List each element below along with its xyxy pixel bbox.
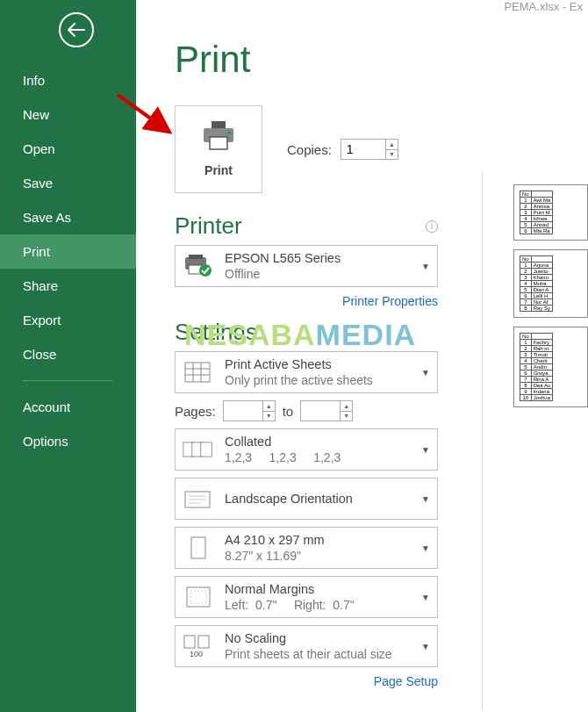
- margins-line2: Left: 0.7" Right: 0.7": [225, 598, 411, 612]
- up-icon[interactable]: ▲: [263, 401, 275, 412]
- sidebar-item-export[interactable]: Export: [0, 303, 136, 337]
- orientation-line1: Landscape Orientation: [225, 492, 411, 506]
- collate-dropdown[interactable]: Collated 1,2,3 1,2,3 1,2,3 ▼: [175, 428, 438, 471]
- chevron-down-icon: ▼: [421, 445, 430, 455]
- printer-icon: [201, 121, 236, 155]
- chevron-down-icon: ▼: [421, 543, 430, 553]
- chevron-down-icon: ▼: [421, 368, 430, 378]
- scaling-dropdown[interactable]: 100 No Scaling Print sheets at their act…: [175, 625, 438, 667]
- sidebar-footer-menu: Account Options: [0, 390, 136, 458]
- preview-table: No1Fachry2Rah m3Timoti4Charit5Andin6Gist…: [520, 333, 553, 401]
- printer-status-icon: [183, 255, 214, 277]
- back-arrow-icon: [59, 12, 94, 47]
- sidebar-menu: Info New Open Save Save As Print Share E…: [0, 63, 136, 371]
- paper-dropdown[interactable]: A4 210 x 297 mm 8.27" x 11.69" ▼: [175, 527, 438, 569]
- paper-icon: [183, 536, 214, 560]
- orientation-dropdown[interactable]: Landscape Orientation ▼: [175, 478, 438, 520]
- scaling-line2: Print sheets at their actual size: [225, 647, 411, 661]
- sidebar-item-open[interactable]: Open: [0, 132, 136, 166]
- svg-rect-23: [184, 636, 195, 648]
- pages-label: Pages:: [175, 404, 216, 419]
- svg-text:100: 100: [190, 650, 203, 658]
- print-preview: No1Awl Ma2Annisa3Putri M4Ichwa5Annad6Mia…: [496, 184, 588, 407]
- collate-line1: Collated: [225, 435, 411, 449]
- sidebar-item-info[interactable]: Info: [0, 63, 136, 97]
- print-sheets-line1: Print Active Sheets: [225, 357, 411, 371]
- sidebar-item-save[interactable]: Save: [0, 166, 136, 200]
- back-button[interactable]: [16, 12, 136, 47]
- up-icon[interactable]: ▲: [341, 401, 352, 412]
- preview-sheet: No1Awl Ma2Annisa3Putri M4Ichwa5Annad6Mia…: [513, 184, 588, 241]
- sidebar-item-print[interactable]: Print: [0, 234, 136, 269]
- margins-dropdown[interactable]: Normal Margins Left: 0.7" Right: 0.7" ▼: [175, 576, 438, 618]
- info-icon[interactable]: i: [426, 220, 438, 233]
- collate-icon: [183, 439, 214, 460]
- margins-line1: Normal Margins: [225, 582, 411, 596]
- pages-to-label: to: [283, 404, 294, 419]
- window-title: PEMA.xlsx - Ex: [136, 0, 588, 19]
- print-sheets-dropdown[interactable]: Print Active Sheets Only print the activ…: [175, 351, 438, 393]
- pages-to-input[interactable]: [301, 401, 340, 421]
- preview-table: No1Arjuna2Juwito3Khairu4Muha5Dian A6Lell…: [520, 255, 553, 312]
- sidebar-item-options[interactable]: Options: [0, 424, 136, 458]
- copies-input[interactable]: [341, 140, 385, 159]
- sheets-icon: [183, 361, 214, 384]
- margins-icon: [183, 586, 214, 608]
- preview-sheet: No1Fachry2Rah m3Timoti4Charit5Andin6Gist…: [513, 327, 588, 407]
- sidebar-item-share[interactable]: Share: [0, 269, 136, 303]
- preview-sheet: No1Arjuna2Juwito3Khairu4Muha5Dian A6Lell…: [513, 249, 588, 318]
- preview-table: No1Awl Ma2Annisa3Putri M4Ichwa5Annad6Mia…: [520, 191, 553, 234]
- pages-to-spinner[interactable]: ▲▼: [300, 400, 353, 421]
- chevron-down-icon: ▼: [421, 494, 430, 504]
- scaling-line1: No Scaling: [225, 631, 411, 645]
- copies-label: Copies:: [287, 142, 332, 157]
- preview-separator: [482, 171, 483, 711]
- printer-status: Offline: [225, 267, 411, 281]
- print-sheets-line2: Only print the active sheets: [225, 373, 411, 387]
- sidebar-item-close[interactable]: Close: [0, 337, 136, 371]
- svg-rect-5: [189, 255, 203, 259]
- svg-rect-0: [212, 121, 226, 128]
- svg-rect-24: [198, 636, 209, 648]
- sidebar-item-account[interactable]: Account: [0, 390, 136, 424]
- printer-properties-link[interactable]: Printer Properties: [175, 294, 438, 308]
- svg-rect-20: [191, 537, 205, 558]
- down-icon[interactable]: ▼: [341, 412, 352, 421]
- chevron-down-icon: ▼: [421, 262, 430, 271]
- paper-line2: 8.27" x 11.69": [225, 549, 411, 563]
- svg-rect-22: [190, 591, 206, 603]
- pages-from-spinner[interactable]: ▲▼: [223, 400, 276, 421]
- orientation-icon: [183, 488, 214, 509]
- page-title: Print: [175, 39, 588, 81]
- print-button-label: Print: [204, 163, 233, 177]
- svg-rect-2: [210, 137, 227, 149]
- down-icon[interactable]: ▼: [263, 412, 275, 421]
- svg-rect-8: [185, 363, 210, 382]
- copies-spinner[interactable]: ▲▼: [341, 139, 398, 160]
- print-button[interactable]: Print: [175, 105, 262, 193]
- printer-name: EPSON L565 Series: [225, 251, 411, 265]
- paper-line1: A4 210 x 297 mm: [225, 533, 411, 547]
- chevron-down-icon: ▼: [421, 642, 430, 651]
- scaling-icon: 100: [183, 634, 214, 658]
- svg-point-3: [227, 131, 231, 134]
- printer-section-title: Printer: [175, 212, 242, 240]
- sidebar-item-new[interactable]: New: [0, 97, 136, 132]
- pages-from-input[interactable]: [224, 401, 262, 421]
- svg-rect-15: [201, 442, 212, 457]
- chevron-down-icon: ▼: [421, 593, 430, 602]
- printer-dropdown[interactable]: EPSON L565 Series Offline ▼: [175, 245, 438, 287]
- page-setup-link[interactable]: Page Setup: [175, 674, 438, 688]
- backstage-sidebar: Info New Open Save Save As Print Share E…: [0, 0, 136, 712]
- svg-point-7: [199, 264, 212, 277]
- sidebar-item-save-as[interactable]: Save As: [0, 200, 136, 234]
- collate-line2: 1,2,3 1,2,3 1,2,3: [225, 450, 411, 464]
- sidebar-divider: [23, 380, 113, 381]
- copies-down-icon[interactable]: ▼: [386, 150, 398, 160]
- copies-up-icon[interactable]: ▲: [386, 140, 398, 150]
